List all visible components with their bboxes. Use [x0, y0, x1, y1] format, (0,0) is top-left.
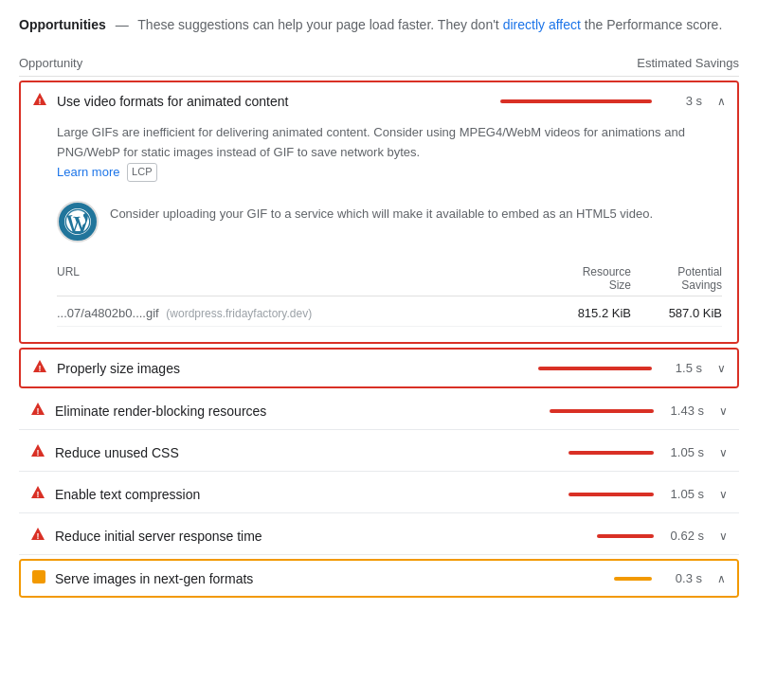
savings-value: 1.05 s [661, 487, 704, 501]
savings-bar-area: 1.05 s ∨ [519, 445, 728, 459]
savings-value: 3 s [659, 94, 702, 108]
chevron-down-icon: ∨ [719, 488, 728, 501]
savings-bar [500, 99, 652, 103]
warning-triangle-icon: ! [32, 92, 47, 110]
savings-bar [597, 534, 654, 538]
savings-bar [550, 409, 654, 413]
savings-bar [568, 451, 654, 455]
opportunity-server-response: ! Reduce initial server response time 0.… [19, 517, 739, 555]
opportunity-title: Reduce initial server response time [55, 529, 519, 544]
opportunity-title: Reduce unused CSS [55, 445, 519, 460]
size-cells: 815.2 KiB 587.0 KiB [555, 306, 722, 320]
chevron-down-icon: ∨ [719, 529, 728, 543]
savings-bar-area: 0.3 s ∧ [517, 571, 726, 585]
learn-more-link[interactable]: Learn more [57, 165, 119, 179]
table-row: ...07/a4802b0....gif (wordpress.fridayfa… [57, 300, 722, 327]
chevron-down-icon: ∨ [719, 446, 728, 459]
opportunity-render-blocking: ! Eliminate render-blocking resources 1.… [19, 392, 739, 430]
lcp-badge: LCP [127, 163, 156, 182]
chevron-down-icon: ∨ [717, 362, 726, 375]
resource-size-header: ResourceSize [555, 265, 631, 292]
url-table-header: URL ResourceSize PotentialSavings [57, 261, 722, 296]
header-description: These suggestions can help your page loa… [137, 17, 722, 32]
svg-text:!: ! [39, 364, 42, 373]
section-title: Opportunities [19, 17, 106, 32]
svg-rect-12 [32, 570, 45, 583]
opportunity-unused-css: ! Reduce unused CSS 1.05 s ∨ [19, 434, 739, 472]
savings-bar-area: 1.43 s ∨ [519, 404, 728, 418]
opportunity-video-formats-header[interactable]: ! Use video formats for animated content… [21, 82, 737, 119]
expanded-video-formats: Large GIFs are inefficient for deliverin… [21, 119, 737, 342]
savings-value: 0.62 s [661, 529, 704, 543]
savings-value: 1.5 s [659, 361, 702, 375]
table-header: Opportunity Estimated Savings [19, 50, 739, 77]
svg-text:!: ! [39, 97, 42, 106]
opportunity-title: Use video formats for animated content [57, 94, 500, 109]
url-column-header: URL [57, 265, 555, 292]
savings-value: 0.3 s [659, 571, 702, 585]
chevron-up-icon: ∧ [717, 572, 726, 585]
savings-bar-orange [614, 577, 652, 581]
wp-suggestion-text: Consider uploading your GIF to a service… [110, 201, 653, 224]
savings-value: 1.43 s [661, 404, 704, 418]
svg-text:!: ! [37, 406, 40, 416]
opportunity-text-compression-header[interactable]: ! Enable text compression 1.05 s ∨ [19, 476, 739, 512]
opportunity-properly-size: ! Properly size images 1.5 s ∨ [19, 348, 739, 388]
opportunity-video-formats: ! Use video formats for animated content… [19, 81, 739, 344]
header: Opportunities — These suggestions can he… [19, 15, 739, 35]
directly-affect-link[interactable]: directly affect [503, 17, 581, 32]
url-cell: ...07/a4802b0....gif (wordpress.fridayfa… [57, 306, 555, 320]
chevron-down-icon: ∨ [719, 404, 728, 418]
opportunity-text-compression: ! Enable text compression 1.05 s ∨ [19, 476, 739, 513]
warning-triangle-icon: ! [30, 527, 45, 545]
dash: — [116, 17, 129, 32]
opportunity-render-blocking-header[interactable]: ! Eliminate render-blocking resources 1.… [19, 392, 739, 429]
potential-savings-header: PotentialSavings [646, 265, 722, 292]
resource-size-value: 815.2 KiB [555, 306, 631, 320]
wordpress-logo [57, 201, 99, 242]
opportunity-properly-size-header[interactable]: ! Properly size images 1.5 s ∨ [21, 350, 737, 386]
url-domain: (wordpress.fridayfactory.dev) [166, 307, 312, 320]
opportunity-title: Properly size images [57, 361, 517, 376]
svg-text:!: ! [37, 531, 40, 541]
wp-suggestion-block: Consider uploading your GIF to a service… [57, 193, 722, 250]
svg-text:!: ! [37, 448, 40, 458]
svg-text:!: ! [37, 490, 40, 499]
opportunity-next-gen-formats: Serve images in next-gen formats 0.3 s ∧ [19, 559, 739, 598]
opportunity-title: Serve images in next-gen formats [55, 571, 517, 586]
savings-bar-area: 1.05 s ∨ [519, 487, 728, 501]
opportunity-title: Enable text compression [55, 487, 519, 502]
savings-bar-area: 1.5 s ∨ [517, 361, 726, 375]
opportunity-description: Large GIFs are inefficient for deliverin… [57, 123, 722, 182]
savings-value: 1.05 s [661, 445, 704, 459]
savings-bar-area: 3 s ∧ [500, 94, 726, 108]
url-table: URL ResourceSize PotentialSavings ...07/… [57, 261, 722, 327]
column-savings: Estimated Savings [637, 56, 739, 70]
savings-bar [568, 493, 654, 496]
warning-triangle-icon: ! [30, 443, 45, 461]
opportunity-unused-css-header[interactable]: ! Reduce unused CSS 1.05 s ∨ [19, 434, 739, 471]
potential-savings-value: 587.0 KiB [646, 306, 722, 320]
url-main: ...07/a4802b0....gif [57, 306, 159, 320]
savings-bar [538, 367, 652, 370]
warning-triangle-icon: ! [30, 485, 45, 503]
opportunity-next-gen-formats-header[interactable]: Serve images in next-gen formats 0.3 s ∧ [21, 561, 737, 596]
savings-bar-area: 0.62 s ∨ [519, 529, 728, 543]
column-opportunity: Opportunity [19, 56, 637, 70]
warning-triangle-icon: ! [30, 402, 45, 420]
opportunity-title: Eliminate render-blocking resources [55, 404, 519, 419]
warning-square-icon [32, 570, 45, 586]
chevron-up-icon: ∧ [717, 95, 726, 108]
size-columns-header: ResourceSize PotentialSavings [555, 265, 722, 292]
opportunity-server-response-header[interactable]: ! Reduce initial server response time 0.… [19, 517, 739, 554]
warning-triangle-icon: ! [32, 359, 47, 377]
